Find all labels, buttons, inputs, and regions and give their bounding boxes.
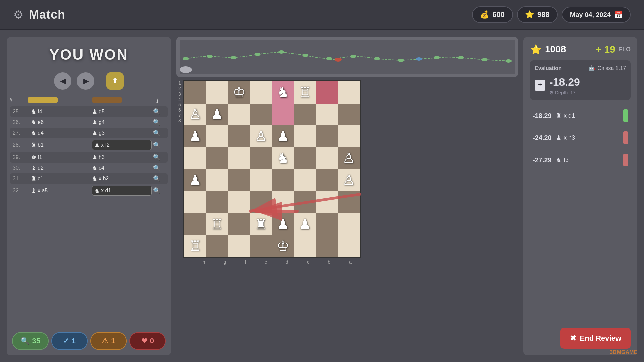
cell-c5[interactable] (294, 169, 316, 191)
cell-g7[interactable]: ♖ (206, 213, 228, 235)
search-icon[interactable]: 🔍 (153, 175, 165, 182)
cell-h8[interactable]: ♖ (184, 235, 206, 257)
suggestion-3[interactable]: -27.29 ♞ f3 (530, 149, 631, 170)
cell-a8[interactable] (338, 235, 360, 257)
move-black[interactable]: ♟ g4 (92, 119, 152, 126)
cell-d5[interactable] (272, 169, 294, 191)
move-black[interactable]: ♞ c4 (92, 164, 152, 172)
cell-h6[interactable] (184, 191, 206, 214)
move-black[interactable]: ♞ x d1 (92, 186, 152, 196)
cell-c8[interactable] (294, 235, 316, 257)
move-black[interactable]: ♞ x b2 (92, 175, 152, 182)
move-white[interactable]: ♞ d4 (31, 129, 91, 137)
cell-e8[interactable] (250, 235, 272, 257)
cell-h7[interactable] (184, 213, 206, 235)
cell-e5[interactable] (250, 169, 272, 191)
search-icon[interactable]: 🔍 (153, 164, 165, 172)
cell-f7[interactable] (228, 213, 250, 235)
cell-g2[interactable]: ♟ (206, 104, 228, 126)
cell-a7[interactable] (338, 213, 360, 235)
cell-a6[interactable] (338, 191, 360, 214)
export-button[interactable]: ⬆ (106, 72, 124, 90)
search-icon[interactable]: 🔍 (153, 187, 165, 194)
cell-h1[interactable] (184, 81, 206, 104)
cell-c2[interactable] (294, 104, 316, 126)
search-icon[interactable]: 🔍 (153, 154, 165, 161)
move-white[interactable]: ♝ d2 (31, 164, 91, 172)
move-black[interactable]: ♟ x f2+ (92, 140, 152, 150)
cell-c3[interactable] (294, 125, 316, 147)
chess-board[interactable]: ♔ ♞ ♖ ♙ ♟ (183, 80, 361, 258)
move-white[interactable]: ♞ f4 (31, 108, 91, 115)
move-white[interactable]: ♝ x a5 (31, 187, 91, 194)
cell-e2[interactable] (250, 104, 272, 126)
cell-b4[interactable] (316, 147, 338, 170)
cell-a4[interactable]: ♙ (338, 147, 360, 170)
cell-d8[interactable]: ♔ (272, 235, 294, 257)
move-white[interactable]: ♚ f1 (31, 154, 91, 161)
suggestion-2[interactable]: -24.20 ♟ x h3 (530, 127, 631, 148)
cell-b6[interactable] (316, 191, 338, 214)
move-black[interactable]: ♟ g5 (92, 108, 152, 115)
move-black[interactable]: ♟ h3 (92, 154, 152, 161)
cell-a2[interactable] (338, 104, 360, 126)
cell-b7[interactable] (316, 213, 338, 235)
cell-c6[interactable] (294, 191, 316, 214)
cell-f2[interactable] (228, 104, 250, 126)
search-icon[interactable]: 🔍 (153, 141, 165, 149)
cell-e7[interactable]: ♜ (250, 213, 272, 235)
cell-a3[interactable] (338, 125, 360, 147)
cell-f4[interactable] (228, 147, 250, 170)
cell-e1[interactable] (250, 81, 272, 104)
move-white[interactable]: ♞ e6 (31, 119, 91, 126)
cell-h4[interactable] (184, 147, 206, 170)
search-icon[interactable]: 🔍 (153, 108, 165, 115)
cell-d4[interactable]: ♞ (272, 147, 294, 170)
cell-f6[interactable] (228, 191, 250, 214)
cell-d3[interactable]: ♟ (272, 125, 294, 147)
cell-e6[interactable] (250, 191, 272, 214)
cell-f5[interactable] (228, 169, 250, 191)
cell-e4[interactable] (250, 147, 272, 170)
move-black[interactable]: ♟ g3 (92, 129, 152, 137)
cell-d7[interactable]: ♟ (272, 213, 294, 235)
prev-button[interactable]: ◀ (54, 72, 71, 90)
cell-d6[interactable] (272, 191, 294, 214)
cell-h5[interactable]: ♟ (184, 169, 206, 191)
cell-e3[interactable]: ♙ (250, 125, 272, 147)
move-white[interactable]: ♜ c1 (31, 175, 91, 182)
end-review-button[interactable]: ✖ End Review (560, 328, 631, 349)
cell-f3[interactable] (228, 125, 250, 147)
move-white[interactable]: ♜ b1 (31, 141, 91, 149)
cell-c1[interactable]: ♖ (294, 81, 316, 104)
cell-b3[interactable] (316, 125, 338, 147)
info-icon[interactable]: ℹ (156, 98, 168, 104)
search-icon[interactable]: 🔍 (153, 119, 165, 126)
cell-c7[interactable]: ♟ (294, 213, 316, 235)
cell-f8[interactable] (228, 235, 250, 257)
cell-b8[interactable] (316, 235, 338, 257)
chess-board-wrapper: ♔ ♞ ♖ ♙ ♟ (183, 80, 361, 258)
cell-a5[interactable]: ♙ (338, 169, 360, 191)
cell-d1[interactable]: ♞ (272, 81, 294, 104)
cell-h2[interactable]: ♙ (184, 104, 206, 126)
cell-h3[interactable]: ♟ (184, 125, 206, 147)
cell-g6[interactable] (206, 191, 228, 214)
svg-point-9 (350, 55, 356, 58)
cell-b1[interactable] (316, 81, 338, 104)
cell-g4[interactable] (206, 147, 228, 170)
search-icon[interactable]: 🔍 (153, 129, 165, 137)
suggestion-1[interactable]: -18.29 ♜ x d1 (530, 105, 631, 126)
gear-icon[interactable]: ⚙ (13, 8, 23, 21)
cell-a1[interactable] (338, 81, 360, 104)
cell-f1[interactable]: ♔ (228, 81, 250, 104)
cell-g3[interactable] (206, 125, 228, 147)
cell-g8[interactable] (206, 235, 228, 257)
cell-b2[interactable] (316, 104, 338, 126)
cell-g1[interactable] (206, 81, 228, 104)
cell-g5[interactable] (206, 169, 228, 191)
next-button[interactable]: ▶ (77, 72, 94, 90)
cell-b5[interactable] (316, 169, 338, 191)
cell-d2[interactable] (272, 104, 294, 126)
cell-c4[interactable] (294, 147, 316, 170)
